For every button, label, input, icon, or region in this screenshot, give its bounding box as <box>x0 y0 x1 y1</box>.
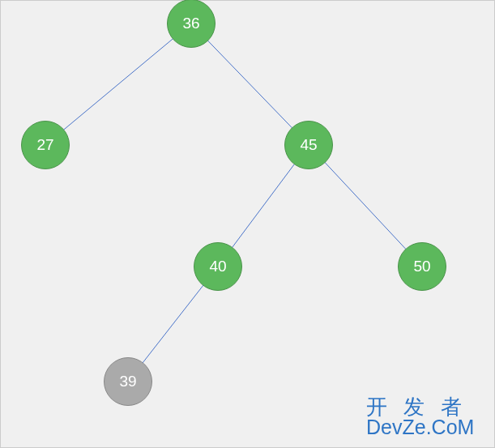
watermark: 开发者 DevZe.CoM <box>366 396 478 437</box>
tree-edges <box>1 1 495 448</box>
tree-diagram: 36 27 45 40 50 39 开发者 DevZe.CoM <box>0 0 495 448</box>
watermark-cn: 开发者 <box>366 396 478 417</box>
tree-node-39: 39 <box>104 357 152 406</box>
node-value: 45 <box>300 136 317 154</box>
node-value: 50 <box>413 258 430 275</box>
node-value: 40 <box>209 258 226 275</box>
edge <box>45 23 191 145</box>
node-value: 39 <box>119 373 136 390</box>
tree-node-45: 45 <box>284 121 333 169</box>
node-value: 36 <box>182 15 199 32</box>
node-value: 27 <box>36 136 53 154</box>
tree-node-36: 36 <box>167 0 215 48</box>
tree-node-40: 40 <box>194 242 242 291</box>
tree-node-27: 27 <box>21 121 70 169</box>
watermark-en: DevZe.CoM <box>366 417 478 437</box>
tree-node-50: 50 <box>398 242 446 291</box>
